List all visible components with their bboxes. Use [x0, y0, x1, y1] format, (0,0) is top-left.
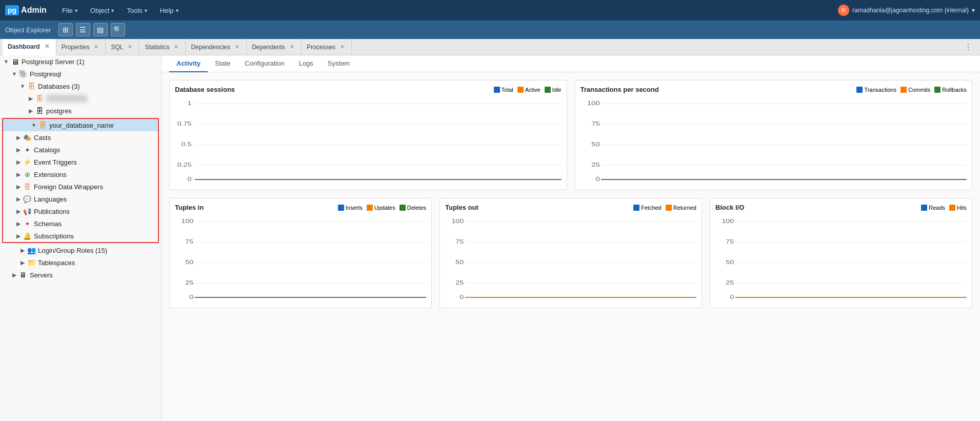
tab-sql[interactable]: SQL ✕ [106, 39, 139, 55]
tree-item-extensions[interactable]: ▶ ⊕ Extensions [11, 168, 158, 181]
event-triggers-label: Event Triggers [34, 158, 77, 166]
toggle-postgres[interactable]: ▶ [27, 108, 35, 114]
chart-tuples-out-header: Tuples out Fetched Returned [445, 204, 696, 211]
inner-tab-state[interactable]: State [208, 55, 237, 72]
menu-object[interactable]: Object ▾ [85, 4, 119, 17]
svg-text:0: 0 [730, 294, 734, 300]
toolbar: Object Explorer ⊞ ☰ ▤ 🔍 [0, 21, 980, 39]
inner-tab-activity[interactable]: Activity [169, 55, 208, 72]
toggle-databases[interactable]: ▼ [18, 83, 27, 89]
tree-item-db-blurred[interactable]: ▶ 🗄 [0, 92, 161, 105]
fdw-label: Foreign Data Wrappers [34, 183, 103, 191]
chart-db-sessions-header: Database sessions Total Active [175, 86, 562, 93]
logo-text: Admin [21, 6, 47, 15]
user-info[interactable]: R ramadhania@jagoanhosting.com (internal… [838, 5, 975, 16]
catalogs-icon: ✦ [23, 145, 32, 154]
toggle-event-triggers[interactable]: ▶ [14, 159, 23, 166]
tab-dependents-close[interactable]: ✕ [288, 43, 296, 51]
tree-item-tablespaces[interactable]: ▶ 📁 Tablespaces [0, 256, 161, 269]
tree-item-databases[interactable]: ▼ 🗄 Databases (3) [0, 80, 161, 92]
tree-item-subscriptions[interactable]: ▶ 🔔 Subscriptions [11, 230, 158, 242]
toggle-your-db[interactable]: ▼ [30, 122, 38, 128]
tab-dependencies-close[interactable]: ✕ [233, 43, 241, 51]
tab-statistics[interactable]: Statistics ✕ [139, 39, 186, 55]
legend-idle-dot [545, 87, 551, 93]
tab-processes[interactable]: Processes ✕ [302, 39, 352, 55]
toggle-schemas[interactable]: ▶ [14, 220, 23, 227]
object-explorer-label: Object Explorer [5, 26, 51, 34]
casts-icon: 🎭 [23, 133, 32, 142]
toggle-subscriptions[interactable]: ▶ [14, 233, 23, 239]
legend-updates: Updates [367, 205, 395, 211]
inner-tab-system[interactable]: System [321, 55, 357, 72]
tab-processes-close[interactable]: ✕ [338, 43, 346, 51]
tree-item-postgresql-server[interactable]: ▼ 🖥 Postgresql Server (1) [0, 55, 161, 68]
svg-text:0: 0 [459, 294, 464, 300]
tree-item-publications[interactable]: ▶ 📢 Publications [11, 205, 158, 217]
toolbar-btn-grid[interactable]: ⊞ [58, 23, 73, 36]
tree-item-postgresql[interactable]: ▼ 🐘 Postgresql [0, 68, 161, 80]
tab-dependencies[interactable]: Dependencies ✕ [186, 39, 247, 55]
tree-item-login-roles[interactable]: ▶ 👥 Login/Group Roles (15) [0, 244, 161, 256]
help-arrow-icon: ▾ [176, 8, 178, 13]
casts-label: Casts [34, 134, 51, 142]
inner-tab-configuration[interactable]: Configuration [237, 55, 291, 72]
tree-item-schemas[interactable]: ▶ ✦ Schemas [11, 217, 158, 230]
main-layout: ▼ 🖥 Postgresql Server (1) ▼ 🐘 Postgresql… [0, 55, 980, 421]
chart-block-io: Block I/O Reads Hits [710, 198, 972, 308]
toggle-postgresql-server[interactable]: ▼ [2, 58, 10, 65]
publications-label: Publications [34, 208, 70, 215]
toggle-tablespaces[interactable]: ▶ [18, 259, 27, 266]
chart-tps-legend: Transactions Commits Rollbacks [856, 87, 967, 93]
tab-dashboard-close[interactable]: ✕ [43, 43, 51, 50]
tree-item-catalogs[interactable]: ▶ ✦ Catalogs [11, 144, 158, 156]
svg-text:0.25: 0.25 [177, 162, 192, 168]
server-icon: 🖥 [10, 57, 19, 66]
toggle-catalogs[interactable]: ▶ [14, 147, 23, 153]
toggle-extensions[interactable]: ▶ [14, 171, 23, 178]
svg-text:1: 1 [188, 100, 192, 107]
toggle-servers[interactable]: ▶ [10, 272, 18, 278]
toggle-fdw[interactable]: ▶ [14, 184, 23, 190]
menu-file[interactable]: File ▾ [57, 4, 83, 17]
tablespaces-label: Tablespaces [38, 259, 75, 267]
your-db-icon: 🗄 [38, 121, 47, 130]
tab-statistics-close[interactable]: ✕ [172, 43, 180, 51]
tree-item-casts[interactable]: ▶ 🎭 Casts [11, 131, 158, 144]
chart-tuples-in-header: Tuples in Inserts Updates [175, 204, 426, 211]
tab-dashboard[interactable]: Dashboard ✕ [3, 39, 56, 55]
toolbar-btn-search[interactable]: 🔍 [111, 23, 125, 36]
extensions-icon: ⊕ [23, 170, 32, 179]
toggle-login-roles[interactable]: ▶ [18, 247, 27, 254]
tab-dependents[interactable]: Dependents ✕ [247, 39, 302, 55]
inner-tab-logs[interactable]: Logs [292, 55, 321, 72]
toggle-postgresql[interactable]: ▼ [10, 71, 18, 77]
content-area: Activity State Configuration Logs System… [162, 55, 980, 421]
tree-item-event-triggers[interactable]: ▶ ⚡ Event Triggers [11, 156, 158, 168]
toggle-casts[interactable]: ▶ [14, 134, 23, 141]
toggle-languages[interactable]: ▶ [14, 196, 23, 203]
tab-properties[interactable]: Properties ✕ [56, 39, 106, 55]
tab-properties-close[interactable]: ✕ [92, 43, 100, 51]
db-blurred-icon: 🗄 [35, 94, 44, 103]
tree-item-fdw[interactable]: ▶ 🗄 Foreign Data Wrappers [11, 181, 158, 193]
menu-tools[interactable]: Tools ▾ [122, 4, 152, 17]
catalogs-label: Catalogs [34, 146, 60, 154]
toolbar-btn-cols[interactable]: ▤ [93, 23, 108, 36]
tree-item-languages[interactable]: ▶ 💬 Languages [11, 193, 158, 205]
chart-tps-title: Transactions per second [581, 86, 659, 93]
toggle-db-blurred[interactable]: ▶ [27, 95, 35, 102]
login-roles-label: Login/Group Roles (15) [38, 247, 107, 254]
tree-item-your-db[interactable]: ▼ 🗄 your_database_name [3, 119, 158, 131]
avatar: R [838, 5, 849, 16]
chart-tps-graph: 100 75 50 25 0 [581, 97, 967, 185]
tab-more-icon[interactable]: ⋮ [959, 42, 977, 52]
legend-transactions-label: Transactions [864, 87, 896, 93]
menu-help[interactable]: Help ▾ [155, 4, 184, 17]
tab-sql-close[interactable]: ✕ [126, 43, 134, 51]
legend-reads-label: Reads [929, 205, 945, 211]
tree-item-postgres[interactable]: ▶ 🗄 postgres [0, 105, 161, 117]
toolbar-btn-list[interactable]: ☰ [76, 23, 90, 36]
toggle-publications[interactable]: ▶ [14, 208, 23, 215]
tree-item-servers[interactable]: ▶ 🖥 Servers [0, 269, 161, 281]
